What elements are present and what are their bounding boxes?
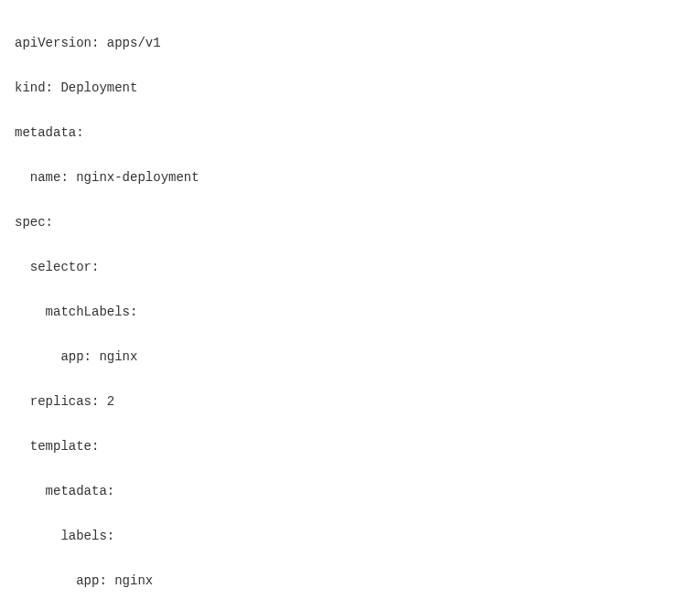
code-line: replicas: 2 bbox=[15, 391, 685, 413]
code-line: template: bbox=[15, 435, 685, 458]
code-line: spec: bbox=[15, 211, 685, 234]
code-line: matchLabels: bbox=[15, 301, 685, 324]
yaml-code-block: apiVersion: apps/v1 kind: Deployment met… bbox=[15, 9, 685, 610]
code-line: kind: Deployment bbox=[15, 77, 685, 100]
code-line: metadata: bbox=[15, 122, 685, 144]
code-line: apiVersion: apps/v1 bbox=[15, 32, 685, 55]
code-line: selector: bbox=[15, 256, 685, 279]
code-line: app: nginx bbox=[15, 570, 685, 593]
code-line: metadata: bbox=[15, 480, 685, 503]
code-line: labels: bbox=[15, 525, 685, 548]
code-line: name: nginx-deployment bbox=[15, 166, 685, 189]
code-line: app: nginx bbox=[15, 346, 685, 369]
